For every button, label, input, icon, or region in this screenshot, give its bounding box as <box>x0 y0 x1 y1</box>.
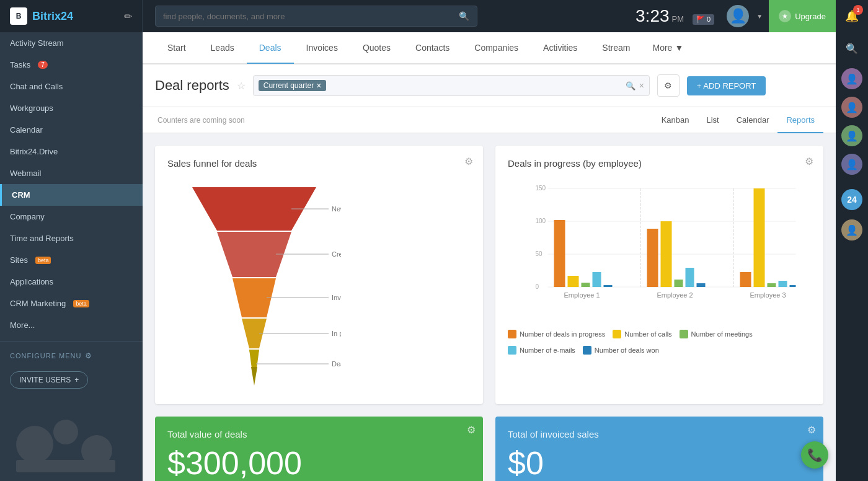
upgrade-icon: ★ <box>779 10 791 22</box>
legend-calls: Number of calls <box>613 330 671 338</box>
invite-users-button[interactable]: INVITE USERS + <box>10 371 88 389</box>
topbar-right: 👤 ▼ <box>727 5 763 27</box>
tab-activities[interactable]: Activities <box>531 33 590 64</box>
plus-icon: + <box>74 376 79 384</box>
right-panel-search[interactable]: 🔍 <box>836 32 868 64</box>
svg-rect-41 <box>661 221 672 287</box>
legend-deals-won: Number of deals won <box>583 346 659 355</box>
svg-text:0: 0 <box>536 283 539 290</box>
tab-contacts[interactable]: Contacts <box>403 33 462 64</box>
bar-chart-svg: 150 100 50 0 <box>508 181 811 317</box>
legend-color-won <box>583 346 591 355</box>
sidebar-item-activity-stream[interactable]: Activity Stream <box>0 32 143 54</box>
right-panel-counter[interactable]: 24 <box>836 183 868 216</box>
svg-text:New: 65: New: 65 <box>332 205 341 213</box>
main-content: Start Leads Deals Invoices Quotes Contac… <box>143 32 836 481</box>
page-header: Deal reports ☆ Current quarter × 🔍 × ⚙ +… <box>143 64 836 107</box>
tab-deals[interactable]: Deals <box>247 33 294 64</box>
report-settings-button[interactable]: ⚙ <box>657 74 680 97</box>
tab-companies[interactable]: Companies <box>462 33 531 64</box>
tab-stream[interactable]: Stream <box>590 33 642 64</box>
search-input[interactable] <box>163 12 459 21</box>
contact-avatar-5: 👤 <box>841 219 862 240</box>
sidebar-label: Chat and Calls <box>10 82 63 91</box>
phone-fab[interactable]: 📞 <box>801 441 828 469</box>
sidebar-item-more[interactable]: More... <box>0 314 143 336</box>
bar-chart-card: Deals in progress (by employee) ⚙ 150 10… <box>495 146 823 404</box>
sub-tab-kanban[interactable]: Kanban <box>653 108 698 133</box>
sidebar-item-tasks[interactable]: Tasks 7 <box>0 54 143 76</box>
svg-text:Employee 3: Employee 3 <box>750 291 786 299</box>
sub-tab-list[interactable]: List <box>698 108 727 133</box>
sidebar-item-calendar[interactable]: Calendar <box>0 119 143 141</box>
upgrade-button[interactable]: ★ Upgrade <box>769 0 836 32</box>
funnel-chart-card: Sales funnel for deals ⚙ <box>155 146 483 404</box>
contact-avatar-4: 👤 <box>841 154 862 175</box>
avatar-dropdown[interactable]: ▼ <box>756 13 763 20</box>
sidebar-label: Webmail <box>10 169 41 178</box>
svg-rect-46 <box>754 188 765 287</box>
sidebar-item-bitrix24drive[interactable]: Bitrix24.Drive <box>0 141 143 162</box>
right-panel-avatar2[interactable]: 👤 <box>836 93 868 121</box>
logo[interactable]: B Bitrix24 ✏ <box>0 0 143 32</box>
sidebar-item-sites[interactable]: Sites beta <box>0 249 143 271</box>
sidebar-label: Applications <box>10 277 53 286</box>
svg-text:Invoice: 35: Invoice: 35 <box>332 294 341 301</box>
total-invoiced-settings-icon[interactable]: ⚙ <box>807 424 816 436</box>
sidebar-item-workgroups[interactable]: Workgroups <box>0 97 143 119</box>
sidebar-item-chat-and-calls[interactable]: Chat and Calls <box>0 76 143 97</box>
configure-menu[interactable]: CONFIGURE MENU ⚙ <box>0 346 143 365</box>
tab-quotes[interactable]: Quotes <box>350 33 403 64</box>
right-panel-avatar4[interactable]: 👤 <box>836 150 868 179</box>
sidebar-item-time-and-reports[interactable]: Time and Reports <box>0 227 143 249</box>
total-value-amount: $300,000 <box>167 444 471 481</box>
right-panel-avatar5[interactable]: 👤 <box>836 216 868 244</box>
sidebar-label: Workgroups <box>10 104 53 113</box>
sidebar-item-webmail[interactable]: Webmail <box>0 162 143 184</box>
sub-nav: Counters are coming soon Kanban List Cal… <box>143 107 836 133</box>
right-panel-notifications[interactable]: 🔔 1 <box>836 0 868 32</box>
search-bar[interactable]: 🔍 <box>155 6 477 27</box>
sidebar-label: Sites <box>10 255 28 265</box>
svg-text:50: 50 <box>536 250 543 257</box>
total-value-settings-icon[interactable]: ⚙ <box>467 424 476 436</box>
tab-start[interactable]: Start <box>155 33 198 64</box>
sidebar-label: Tasks <box>10 60 30 69</box>
right-panel-avatar3[interactable]: 👤 <box>836 121 868 150</box>
svg-rect-37 <box>582 283 590 287</box>
settings-icon: ⚙ <box>664 81 672 90</box>
sidebar-item-company[interactable]: Company <box>0 206 143 227</box>
edit-icon[interactable]: ✏ <box>124 11 132 22</box>
tab-leads[interactable]: Leads <box>198 33 247 64</box>
tab-invoices[interactable]: Invoices <box>294 33 350 64</box>
sidebar-item-crm[interactable]: CRM <box>0 184 143 206</box>
funnel-settings-icon[interactable]: ⚙ <box>464 156 473 167</box>
tab-more[interactable]: More ▼ <box>642 33 693 63</box>
sidebar-label: Time and Reports <box>10 234 74 243</box>
legend-color-deals <box>508 330 516 338</box>
bottom-cards: Total value of deals ⚙ $300,000 Total of… <box>143 417 836 481</box>
add-report-button[interactable]: + ADD REPORT <box>687 76 766 95</box>
svg-text:Deal won: 5: Deal won: 5 <box>332 360 341 368</box>
user-avatar[interactable]: 👤 <box>727 5 749 27</box>
sub-tab-calendar[interactable]: Calendar <box>728 108 778 133</box>
legend-color-meetings <box>680 330 688 338</box>
sidebar-item-crm-marketing[interactable]: CRM Marketing beta <box>0 293 143 314</box>
filter-tag-close[interactable]: × <box>316 81 321 90</box>
legend-meetings: Number of meetings <box>680 330 753 338</box>
filter-bar[interactable]: Current quarter × 🔍 × <box>253 75 650 96</box>
bar-settings-icon[interactable]: ⚙ <box>805 156 813 167</box>
filter-clear-icon[interactable]: × <box>639 81 644 90</box>
filter-search-icon[interactable]: 🔍 <box>626 81 636 90</box>
counters-text: Counters are coming soon <box>155 116 653 125</box>
sub-tab-reports[interactable]: Reports <box>777 108 823 133</box>
sidebar-item-applications[interactable]: Applications <box>0 271 143 293</box>
sidebar-label: More... <box>10 320 35 330</box>
favorite-star-icon[interactable]: ☆ <box>237 80 246 92</box>
contact-avatar-3: 👤 <box>841 125 862 146</box>
svg-text:In progress: 20: In progress: 20 <box>332 330 341 337</box>
crm-marketing-beta-badge: beta <box>73 300 89 307</box>
svg-text:Employee 2: Employee 2 <box>657 291 693 299</box>
right-panel-avatar1[interactable]: 👤 <box>836 64 868 93</box>
svg-rect-40 <box>647 229 658 287</box>
